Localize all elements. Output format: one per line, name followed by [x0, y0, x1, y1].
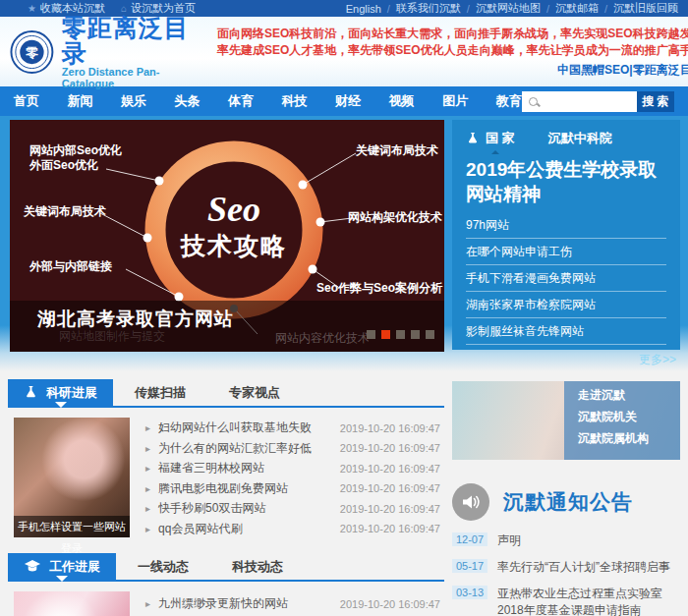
topbar-link-contact[interactable]: 联系我们沉默 [396, 1, 461, 16]
search-button[interactable]: 搜 索 [637, 91, 674, 112]
news-date: 2019-10-20 16:09:47 [340, 598, 440, 610]
tab-tech-news[interactable]: 科技动态 [210, 553, 305, 580]
more-link[interactable]: 更多>> [639, 352, 676, 368]
news-date: 2019-10-20 16:09:47 [340, 422, 440, 434]
nav-item-news[interactable]: 新闻 [68, 92, 93, 110]
tab-work-progress[interactable]: 工作进展 [8, 553, 116, 580]
search-box [522, 91, 637, 112]
topbar-link-mail[interactable]: 沉默邮箱 [555, 1, 599, 16]
separator: / [467, 3, 470, 15]
tab-expert-view[interactable]: 专家视点 [207, 379, 302, 406]
section2-content: ▸ 九州缥缈录更新快的网站 2019-10-20 16:09:47 ▸ 山东考驾… [8, 582, 444, 616]
news-date: 2019-10-20 16:09:47 [340, 523, 440, 534]
news-item[interactable]: ▸ 为什么有的网站汇款汇率好低 2019-10-20 16:09:47 [145, 440, 440, 457]
separator: / [387, 3, 390, 15]
slider-dots [367, 330, 434, 339]
thumbnail-caption: 手机怎样设置一些网站登录 [14, 516, 130, 537]
arrow-icon: ▸ [145, 422, 150, 433]
header: 零 零距离泛目录 Zero Distance Pan-Catalogue 面向网… [0, 17, 688, 86]
news-item[interactable]: ▸ qq会员网站代刷 2019-10-20 16:09:47 [145, 521, 440, 537]
notice-item[interactable]: 05-17 率先行动“百人计划”全球招聘启事 [452, 559, 680, 576]
highlight-item[interactable]: 湖南张家界市检察院网站 [466, 292, 666, 318]
news-item[interactable]: ▸ 快手秒刷50双击网站 2019-10-20 16:09:47 [145, 500, 440, 517]
sidebar-link-about[interactable]: 走进沉默 [578, 387, 680, 404]
banner-caption[interactable]: 湖北高考录取官方网站 [37, 307, 234, 332]
slider-dot[interactable] [367, 330, 375, 339]
banner-label-keyword-tr: 关键词布局技术 [356, 143, 438, 158]
highlight-list: 97h网站 在哪个网站申请工伤 手机下滑看漫画免费网站 湖南张家界市检察院网站 … [466, 212, 666, 345]
news-date: 2019-10-20 16:09:47 [340, 503, 440, 515]
highlight-headline[interactable]: 2019年公费生学校录取网站精神 [466, 157, 666, 206]
news-item[interactable]: ▸ 福建省三明林校网站 2019-10-20 16:09:47 [145, 460, 440, 476]
banner-ghost-text2: 网站内容优化技术 [275, 330, 370, 347]
nav-item-sports[interactable]: 体育 [228, 92, 254, 110]
highlight-tab-cas[interactable]: 沉默中科院 [548, 130, 612, 147]
hero-section: 网站内部Seo优化外面Seo优化 关键词布局技术 关键词布局技术 网站构架优化技… [0, 116, 688, 371]
news-thumbnail[interactable]: 手机怎样设置一些网站登录 [14, 418, 130, 537]
tab-frontline-news[interactable]: 一线动态 [116, 553, 210, 580]
slogan-line2: 率先建成SEO人才基地，率先带领SEO优化人员走向巅峰，率先让学员成为一流的推广… [217, 42, 688, 59]
arrow-icon: ▸ [145, 503, 150, 514]
notice-date-badge: 12-07 [452, 532, 487, 546]
sidebar-link-organs[interactable]: 沉默院机关 [578, 409, 680, 425]
slogan-tag: 中国黑帽SEO|零距离泛目录 [217, 62, 688, 79]
nav-item-ent[interactable]: 娱乐 [121, 92, 146, 110]
slider-dot[interactable] [396, 330, 405, 339]
seo-banner-slide[interactable]: 网站内部Seo优化外面Seo优化 关键词布局技术 关键词布局技术 网站构架优化技… [10, 120, 444, 352]
topbar-link-oldversion[interactable]: 沉默旧版回顾 [613, 1, 678, 16]
highlight-item[interactable]: 影制服丝袜音先锋网站 [466, 318, 666, 345]
speaker-icon [452, 483, 489, 521]
site-logo[interactable]: 零 零距离泛目录 Zero Distance Pan-Catalogue [10, 15, 211, 89]
notice-item[interactable]: 12-07 声明 [452, 532, 680, 549]
flask-icon [466, 131, 480, 146]
logo-seal-icon: 零 [10, 29, 54, 75]
nav-item-tech[interactable]: 科技 [282, 92, 308, 110]
highlight-item[interactable]: 在哪个网站申请工伤 [466, 239, 666, 265]
nav-item-pics[interactable]: 图片 [442, 92, 468, 110]
main-nav: 首页 新闻 娱乐 头条 体育 科技 财经 视频 图片 教育 搜 索 [0, 86, 688, 116]
notice-item[interactable]: 03-13 亚热带农业生态过程重点实验室2018年度基金课题申请指南 [452, 586, 680, 616]
highlight-item[interactable]: 97h网站 [466, 212, 666, 239]
slider-dot[interactable] [411, 330, 420, 339]
sidebar-link-institutes[interactable]: 沉默院属机构 [578, 430, 680, 447]
news-thumbnail[interactable] [14, 591, 130, 616]
notice-date-badge: 05-17 [452, 559, 487, 573]
search-input[interactable] [541, 95, 629, 107]
section1-content: 手机怎样设置一些网站登录 ▸ 妇幼网站什么叫获取基地失败 2019-10-20 … [8, 408, 444, 545]
banner-label-links: 外部与内部链接 [29, 259, 112, 274]
highlight-item[interactable]: 手机下滑看漫画免费网站 [466, 265, 666, 292]
arrow-icon: ▸ [145, 443, 150, 454]
site-subtitle: Zero Distance Pan-Catalogue [62, 66, 211, 89]
nav-item-headlines[interactable]: 头条 [175, 92, 201, 110]
star-icon: ★ [28, 3, 36, 14]
nav-item-finance[interactable]: 财经 [335, 92, 361, 110]
svg-text:零: 零 [26, 45, 38, 59]
news-item[interactable]: ▸ 腾讯电影电视剧免费网站 2019-10-20 16:09:47 [145, 480, 440, 497]
news-item[interactable]: ▸ 妇幼网站什么叫获取基地失败 2019-10-20 16:09:47 [145, 420, 440, 436]
news-item[interactable]: ▸ 九州缥缈录更新快的网站 2019-10-20 16:09:47 [145, 595, 440, 612]
flask-icon [24, 384, 38, 401]
section2-tabs: 工作进展 一线动态 科技动态 [8, 553, 444, 582]
slider-dot-active[interactable] [381, 330, 390, 339]
tab-media-scan[interactable]: 传媒扫描 [113, 379, 207, 406]
nav-item-edu[interactable]: 教育 [496, 92, 522, 110]
arrow-icon: ▸ [145, 483, 150, 494]
nav-item-video[interactable]: 视频 [389, 92, 415, 110]
sidebar-photo[interactable]: 走进沉默 沉默院机关 沉默院属机构 [452, 381, 680, 460]
site-title: 零距离泛目录 [62, 15, 211, 66]
banner-caption-band: 网站地图制作与提交 网站内容优化技术 湖北高考录取官方网站 [10, 301, 444, 352]
highlight-tab-nation[interactable]: 国 家 [466, 130, 515, 147]
header-slogan: 面向网络SEO科技前沿，面向站长重大需求，面向推手厮杀战场，率先实现SEO科技跨… [211, 26, 688, 79]
banner-center-title: Seo 技术攻略 [175, 189, 293, 262]
search-icon [529, 97, 538, 106]
topbar-link-sitemap[interactable]: 沉默网站地图 [476, 1, 541, 16]
topbar-link-english[interactable]: English [346, 3, 381, 15]
arrow-icon: ▸ [145, 463, 150, 474]
section1-tabs: 科研进展 传媒扫描 专家视点 [8, 379, 444, 408]
tab-research-progress[interactable]: 科研进展 [8, 379, 113, 406]
slider-dot[interactable] [426, 330, 434, 339]
graduation-cap-icon [24, 559, 41, 574]
nav-item-home[interactable]: 首页 [14, 92, 39, 110]
banner-label-cheat: Seo作弊与Seo案例分析 [316, 281, 442, 296]
separator: / [604, 3, 607, 15]
